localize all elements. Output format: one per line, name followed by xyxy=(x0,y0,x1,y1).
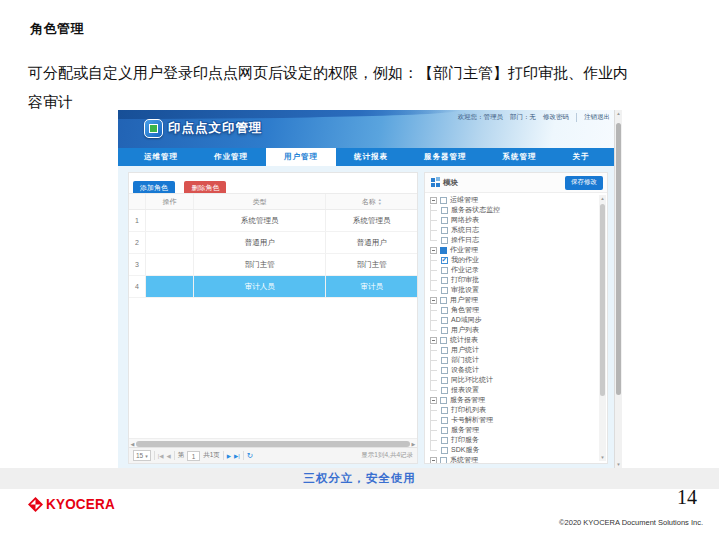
collapse-icon[interactable] xyxy=(430,247,437,254)
tree-child-node[interactable]: 作业记录 xyxy=(430,265,598,275)
logout-link[interactable]: 注销退出 xyxy=(576,113,610,122)
scroll-down-icon[interactable]: ▼ xyxy=(615,462,622,467)
cell-operation xyxy=(145,254,193,275)
tree-child-node[interactable]: 打印机列表 xyxy=(430,405,598,415)
collapse-icon[interactable] xyxy=(430,197,437,204)
tree-child-node[interactable]: 网络抄表 xyxy=(430,215,598,225)
tab-statistics-report[interactable]: 统计报表 xyxy=(336,148,406,166)
tab-ops-management[interactable]: 运维管理 xyxy=(126,148,196,166)
sort-icon[interactable]: ▲▼ xyxy=(378,198,382,205)
table-row[interactable]: 1 系统管理员 系统管理员 xyxy=(129,210,417,232)
hscroll-right-icon[interactable]: ▶ xyxy=(410,439,417,448)
checkbox[interactable] xyxy=(441,207,448,214)
collapse-icon[interactable] xyxy=(430,397,437,404)
tree-child-node[interactable]: 服务管理 xyxy=(430,425,598,435)
horizontal-scrollbar[interactable]: ◀ ▶ xyxy=(129,438,417,447)
checkbox[interactable] xyxy=(440,197,447,204)
checkbox[interactable] xyxy=(441,357,448,364)
page-number-input[interactable]: 1 xyxy=(187,451,200,461)
checkbox[interactable] xyxy=(440,397,447,404)
tree-child-node[interactable]: 服务器状态监控 xyxy=(430,205,598,215)
checkbox[interactable] xyxy=(440,337,447,344)
last-page-icon[interactable]: ▶| xyxy=(234,453,240,459)
checkbox[interactable] xyxy=(441,447,448,454)
prev-page-icon[interactable]: ◀ xyxy=(166,453,170,459)
checkbox[interactable] xyxy=(441,377,448,384)
hscroll-left-icon[interactable]: ◀ xyxy=(129,439,136,448)
checkbox[interactable] xyxy=(440,457,447,464)
checkbox[interactable] xyxy=(441,267,448,274)
checkbox[interactable] xyxy=(441,217,448,224)
page-size-select[interactable]: 15 ▾ xyxy=(133,450,151,461)
tree-scrollbar[interactable]: ▲ ▼ xyxy=(599,195,606,461)
checkbox[interactable] xyxy=(441,437,448,444)
save-changes-button[interactable]: 保存修改 xyxy=(565,176,603,190)
tree-parent-node[interactable]: 统计报表 xyxy=(430,335,598,345)
checkbox[interactable] xyxy=(441,347,448,354)
tree-connector xyxy=(430,405,438,415)
table-row[interactable]: 3 部门主管 部门主管 xyxy=(129,254,417,276)
first-page-icon[interactable]: |◀ xyxy=(158,453,164,459)
tab-job-management[interactable]: 作业管理 xyxy=(196,148,266,166)
tree-child-node[interactable]: 设备统计 xyxy=(430,365,598,375)
page-scrollbar[interactable]: ▲ ▼ xyxy=(614,110,622,468)
tree-child-node[interactable]: 用户统计 xyxy=(430,345,598,355)
checkbox[interactable] xyxy=(441,307,448,314)
checkbox-indeterminate[interactable] xyxy=(440,247,447,254)
tree-parent-node[interactable]: 用户管理 xyxy=(430,295,598,305)
checkbox[interactable] xyxy=(441,287,448,294)
tree-connector xyxy=(430,205,438,215)
hscroll-thumb[interactable] xyxy=(136,441,410,447)
tree-child-node[interactable]: 系统日志 xyxy=(430,225,598,235)
change-password-link[interactable]: 修改密码 xyxy=(543,113,569,122)
tree-parent-node[interactable]: 服务器管理 xyxy=(430,395,598,405)
checkbox[interactable] xyxy=(441,317,448,324)
tree-child-node[interactable]: 卡号解析管理 xyxy=(430,415,598,425)
checkbox[interactable] xyxy=(441,237,448,244)
page-scrollbar-thumb[interactable] xyxy=(616,123,621,395)
table-row-selected[interactable]: 4 审计人员 审计员 xyxy=(129,276,417,298)
tree-parent-node[interactable]: 作业管理 xyxy=(430,245,598,255)
checkbox[interactable] xyxy=(441,367,448,374)
table-row[interactable]: 2 普通用户 普通用户 xyxy=(129,232,417,254)
scroll-down-icon[interactable]: ▼ xyxy=(599,455,606,460)
checkbox-checked[interactable]: ✓ xyxy=(441,257,448,264)
collapse-icon[interactable] xyxy=(430,297,437,304)
tab-about[interactable]: 关于 xyxy=(555,148,608,166)
header-name[interactable]: 名称 ▲▼ xyxy=(325,194,417,209)
checkbox[interactable] xyxy=(441,277,448,284)
collapse-icon[interactable] xyxy=(430,457,437,464)
checkbox[interactable] xyxy=(441,327,448,334)
checkbox[interactable] xyxy=(441,407,448,414)
tree-child-node[interactable]: 同比环比统计 xyxy=(430,375,598,385)
checkbox[interactable] xyxy=(441,387,448,394)
tree-scrollbar-thumb[interactable] xyxy=(600,204,605,396)
tree-child-node[interactable]: 报表设置 xyxy=(430,385,598,395)
tree-child-node[interactable]: 审批设置 xyxy=(430,285,598,295)
tree-child-node[interactable]: 打印服务 xyxy=(430,435,598,445)
tree-child-node[interactable]: 用户列表 xyxy=(430,325,598,335)
tab-server-management[interactable]: 服务器管理 xyxy=(406,148,485,166)
tree-child-node[interactable]: ✓我的作业 xyxy=(430,255,598,265)
tree-parent-node[interactable]: 系统管理 xyxy=(430,455,598,463)
tab-system-management[interactable]: 系统管理 xyxy=(485,148,555,166)
tree-child-node[interactable]: 角色管理 xyxy=(430,305,598,315)
tree-child-node[interactable]: 部门统计 xyxy=(430,355,598,365)
tree-node-label: 设备统计 xyxy=(451,365,479,375)
checkbox[interactable] xyxy=(441,227,448,234)
tree-child-node[interactable]: SDK服务 xyxy=(430,445,598,455)
tree-child-node[interactable]: 打印审批 xyxy=(430,275,598,285)
refresh-icon[interactable]: ↻ xyxy=(247,451,253,460)
tab-user-management[interactable]: 用户管理 xyxy=(266,148,336,166)
tree-child-node[interactable]: AD域同步 xyxy=(430,315,598,325)
collapse-icon[interactable] xyxy=(430,337,437,344)
tree-child-node[interactable]: 操作日志 xyxy=(430,235,598,245)
scroll-up-icon[interactable]: ▲ xyxy=(599,196,606,201)
header-name-label: 名称 xyxy=(362,197,376,207)
scroll-up-icon[interactable]: ▲ xyxy=(615,111,622,116)
checkbox[interactable] xyxy=(441,417,448,424)
checkbox[interactable] xyxy=(441,427,448,434)
tree-parent-node[interactable]: 运维管理 xyxy=(430,195,598,205)
checkbox[interactable] xyxy=(440,297,447,304)
next-page-icon[interactable]: ▶ xyxy=(227,453,231,459)
